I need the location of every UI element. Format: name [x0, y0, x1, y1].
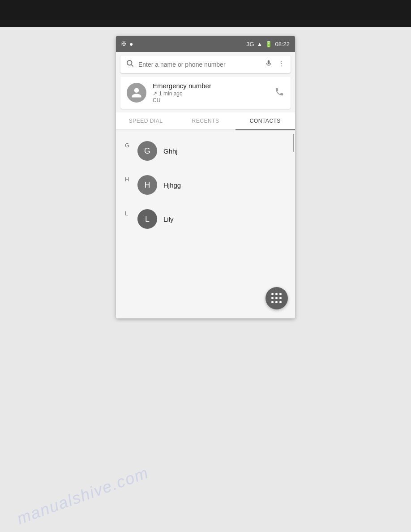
tab-recents[interactable]: RECENTS: [176, 112, 235, 129]
signal-icon: ▲: [257, 41, 263, 47]
svg-line-1: [131, 64, 133, 66]
search-bar[interactable]: [120, 56, 291, 73]
battery-icon: 🔋: [265, 41, 272, 47]
contact-item-hjhgg[interactable]: H Hjhgg: [137, 170, 295, 200]
contact-avatar-hjhgg: H: [137, 175, 157, 195]
location-icon: ●: [129, 40, 133, 47]
mic-icon[interactable]: [265, 60, 273, 69]
section-letter-h: H: [116, 170, 137, 189]
contact-avatar-ghhj: G: [137, 141, 157, 161]
recent-call-time: ↗ 1 min ago: [153, 90, 274, 97]
recent-contact-avatar: [127, 83, 146, 103]
call-icon[interactable]: [274, 87, 284, 99]
contact-name-lily: Lily: [163, 215, 174, 223]
search-input[interactable]: [138, 61, 260, 68]
contact-name-ghhj: Ghhj: [163, 147, 178, 155]
contact-item-ghhj[interactable]: G Ghhj: [137, 136, 295, 166]
contact-name-hjhgg: Hjhgg: [163, 181, 181, 189]
contact-item-lily[interactable]: L Lily: [137, 204, 295, 234]
watermark: manualshive.com: [14, 463, 151, 528]
call-time-text: 1 min ago: [159, 90, 183, 97]
time-display: 08:22: [275, 41, 290, 47]
phone-frame: ✠ ● 3G ▲ 🔋 08:22: [116, 36, 295, 318]
device-chrome-bar: [0, 0, 411, 27]
svg-point-4: [281, 65, 282, 66]
svg-point-0: [127, 60, 132, 65]
usb-icon: ✠: [121, 40, 127, 47]
call-direction-icon: ↗: [153, 90, 157, 97]
search-icon: [126, 59, 134, 69]
recent-call-info: Emergency number ↗ 1 min ago CU: [153, 82, 274, 103]
status-bar: ✠ ● 3G ▲ 🔋 08:22: [116, 36, 295, 52]
contact-section-g: G G Ghhj: [116, 134, 295, 168]
section-letter-l: L: [116, 204, 137, 223]
status-left-icons: ✠ ●: [121, 40, 133, 47]
section-letter-g: G: [116, 136, 137, 155]
tab-speed-dial[interactable]: SPEED DIAL: [116, 112, 176, 129]
recent-call-name: Emergency number: [153, 82, 274, 90]
recent-call-card[interactable]: Emergency number ↗ 1 min ago CU: [120, 77, 291, 109]
dialpad-fab[interactable]: [265, 287, 288, 309]
contact-section-l: L L Lily: [116, 202, 295, 236]
contact-section-h: H H Hjhgg: [116, 168, 295, 202]
tabs-bar: SPEED DIAL RECENTS CONTACTS: [116, 112, 295, 130]
svg-point-2: [281, 60, 282, 61]
scrollbar-indicator: [293, 134, 294, 152]
tab-contacts[interactable]: CONTACTS: [235, 112, 295, 129]
status-right-info: 3G ▲ 🔋 08:22: [246, 41, 290, 47]
contact-avatar-lily: L: [137, 209, 157, 229]
contacts-list: G G Ghhj H H Hjhgg L L Lily: [116, 130, 295, 318]
more-options-icon[interactable]: [277, 60, 285, 69]
svg-point-3: [281, 63, 282, 64]
search-right-icons: [265, 60, 285, 69]
recent-call-tag: CU: [153, 97, 274, 103]
network-label: 3G: [246, 41, 254, 47]
dialpad-icon: [271, 293, 282, 304]
